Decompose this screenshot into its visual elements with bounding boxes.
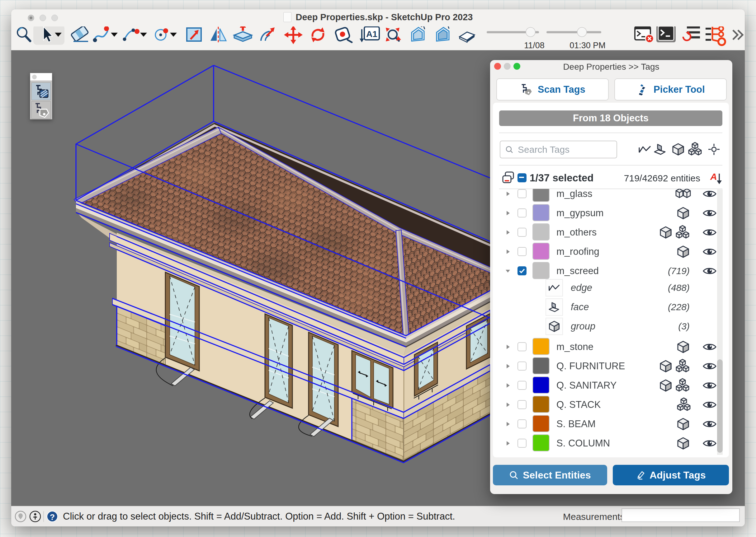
svg-text:01:30 PM: 01:30 PM xyxy=(569,41,605,50)
svg-text:?: ? xyxy=(50,513,55,522)
svg-text:11/08: 11/08 xyxy=(524,41,545,50)
svg-text:A1: A1 xyxy=(366,29,378,39)
